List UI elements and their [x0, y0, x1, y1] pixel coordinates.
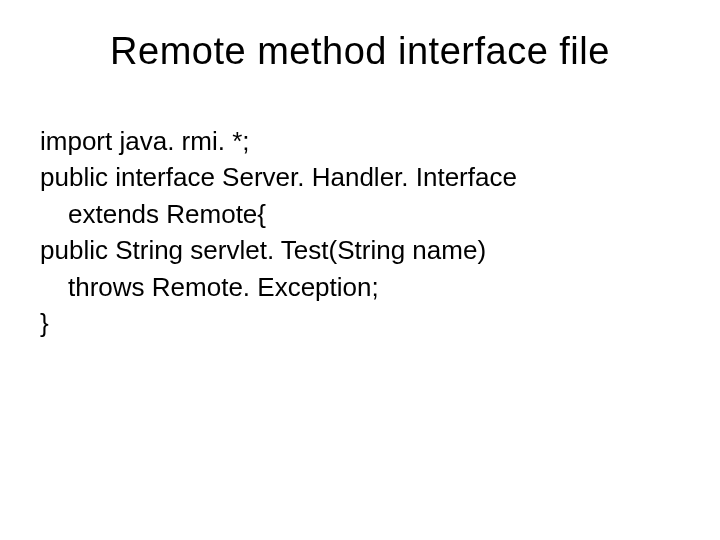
code-line-import: import java. rmi. *;	[40, 123, 680, 159]
code-line-extends: extends Remote{	[40, 196, 680, 232]
code-line-method-decl: public String servlet. Test(String name)	[40, 232, 680, 268]
slide-title: Remote method interface file	[40, 30, 680, 73]
code-line-close-brace: }	[40, 305, 680, 341]
code-line-interface-decl: public interface Server. Handler. Interf…	[40, 159, 680, 195]
code-block: import java. rmi. *; public interface Se…	[40, 123, 680, 341]
code-line-throws: throws Remote. Exception;	[40, 269, 680, 305]
